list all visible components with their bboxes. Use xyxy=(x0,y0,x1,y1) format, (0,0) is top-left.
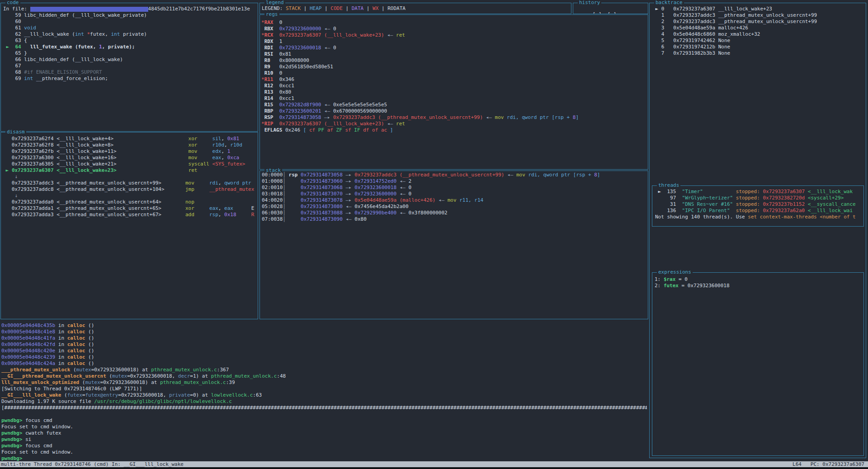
console-line: [#######################################… xyxy=(1,405,647,411)
disasm-line: 0x7293237addc8 <__pthread_mutex_unlock_u… xyxy=(3,186,258,193)
disasm-content: 0x7293237a62f4 <__lll_lock_wake+4> xor s… xyxy=(1,133,258,319)
register-row: R8 0x80008000 xyxy=(261,57,648,64)
console-line: pwndbg> focus cmd xyxy=(1,417,647,424)
source-line: 67 xyxy=(3,63,258,69)
disasm-line: ↓ xyxy=(3,193,258,199)
source-line: 61 void xyxy=(3,25,258,31)
register-row: R12 0xcc1 xyxy=(261,83,648,89)
console-line: 0x00005e04d48c424a in calloc () xyxy=(1,360,647,367)
source-line: 59 libc_hidden_def (__lll_lock_wake_priv… xyxy=(3,12,258,19)
register-row: RBX 0x729323600000 ◂— 0 xyxy=(261,26,648,32)
stack-content: 00:0000│ rsp 0x729314873058 —▸ 0x7293237… xyxy=(260,171,648,319)
console-line: Focus set to cmd window. xyxy=(1,424,647,430)
console-line: Downloading 1.97 K source file /usr/src/… xyxy=(1,398,647,405)
bottom-strip xyxy=(0,467,868,469)
panel-stack[interactable]: stack 00:0000│ rsp 0x729314873058 —▸ 0x7… xyxy=(259,171,648,319)
legend-content: LEGEND: STACK | HEAP | CODE | DATA | WX … xyxy=(260,3,571,14)
thread-row: 97 "WrGlyph~terizer" stopped: 0x72932382… xyxy=(655,195,863,201)
history-forward-button[interactable]: [→] xyxy=(608,11,617,14)
register-row: RSP 0x729314873058 —▸ 0x7293237addc3 (__… xyxy=(261,114,648,121)
expressions-content: 1: $rax = 02: futex = 0x729323600018 xyxy=(652,273,863,455)
console-line xyxy=(1,411,647,417)
disasm-line: 0x7293237addc3 <__pthread_mutex_unlock_u… xyxy=(3,180,258,186)
backtrace-frame: 2 0x7293237addc3 __pthread_mutex_unlock_… xyxy=(652,19,866,25)
panel-registers[interactable]: regs *RAX 0 RBX 0x729323600000 ◂— 0*RCX … xyxy=(259,14,648,170)
console-line: pwndbg> xyxy=(1,455,647,461)
status-left-text: multi-thre Thread 0x7293148746 (cmd) In:… xyxy=(1,461,184,467)
console-line: 0x00005e04d48c41e8 in calloc () xyxy=(1,329,647,335)
status-right-text: L64 PC: 0x7293237a6307 xyxy=(793,461,864,467)
redacted-filename xyxy=(30,7,148,12)
thread-row: 31 "DNS Res~ver #16" stopped: 0x7293237b… xyxy=(655,201,863,208)
console-line: 0x00005e04d48c41fa in calloc () xyxy=(1,335,647,341)
register-row: R14 0xcc1 xyxy=(261,95,648,102)
command-output[interactable]: 0x00005e04d48c435b in calloc ()0x00005e0… xyxy=(0,320,647,461)
register-row: RSI 0x81 xyxy=(261,51,648,57)
register-row: R15 0x729282d8f900 ◂— 0xe5e5e5e5e5e5e5e5 xyxy=(261,102,648,108)
stack-row: 07:0038│ 0x729314873090 ◂— 0x80 xyxy=(262,216,648,223)
panel-legend[interactable]: legend LEGEND: STACK | HEAP | CODE | DAT… xyxy=(259,3,571,14)
disasm-line: 0x7293237adda1 <__pthread_mutex_unlock_u… xyxy=(3,205,258,212)
source-line: 62 __lll_lock_wake (int *futex, int priv… xyxy=(3,31,258,38)
source-line: 60 xyxy=(3,19,258,25)
disasm-line: ↓ xyxy=(3,174,258,180)
disasm-line: 0x7293237adda0 <__pthread_mutex_unlock_u… xyxy=(3,199,258,205)
source-line: 63 { xyxy=(3,38,258,44)
panel-code[interactable]: code In file: 4845db211e7b42c7176f9be21b… xyxy=(0,3,258,132)
console-line: Focus set to cmd window. xyxy=(1,449,647,455)
register-row: *RIP 0x7293237a6307 (__lll_lock_wake+23)… xyxy=(261,121,648,127)
register-row: RBP 0x729323600201 ◂— 0x6700000569000000 xyxy=(261,108,648,114)
console-line: pwndbg> focus cmd xyxy=(1,443,647,449)
panel-history[interactable]: history [←][→] xyxy=(573,3,648,14)
console-line: pwndbg> cwatch futex xyxy=(1,430,647,436)
backtrace-frame: 4 0x5e04d48c6860 moz_xmalloc+32 xyxy=(652,31,866,38)
console-line: ___pthread_mutex_unlock (mutex=0x7293236… xyxy=(1,367,647,373)
backtrace-frame: 5 0x729319742462 None xyxy=(652,38,866,44)
backtrace-frame: 6 0x72931974212b None xyxy=(652,44,866,50)
source-line: 65 } xyxy=(3,50,258,57)
register-row: *RAX 0 xyxy=(261,19,648,26)
panel-expressions[interactable]: expressions 1: $rax = 02: futex = 0x7293… xyxy=(652,272,864,456)
code-content: In file: 4845db211e7b42c7176f9be21b8301e… xyxy=(1,3,258,131)
history-back-button[interactable]: [←] xyxy=(593,11,602,14)
stack-row: 05:0028│ 0x729314873080 ◂— 0x7456e45da42… xyxy=(262,204,648,210)
console-line: 0x00005e04d48c435b in calloc () xyxy=(1,322,647,329)
panel-disassembly[interactable]: disasm 0x7293237a62f4 <__lll_lock_wake+4… xyxy=(0,132,258,319)
register-row: RDX 1 xyxy=(261,38,648,45)
console-line: __GI___pthread_mutex_unlock_usercnt (mut… xyxy=(1,373,647,379)
disasm-line: 0x7293237a6300 <__lll_lock_wake+16> mov … xyxy=(3,155,258,161)
source-line: 68 #if ENABLE_ELISION_SUPPORT xyxy=(3,69,258,76)
register-row: *RCX 0x7293237a6307 (__lll_lock_wake+23)… xyxy=(261,32,648,38)
regs-content: *RAX 0 RBX 0x729323600000 ◂— 0*RCX 0x729… xyxy=(260,15,648,169)
backtrace-frame: 1 0x7293237addc3 __pthread_mutex_unlock_… xyxy=(652,12,866,19)
disasm-line: 0x7293237a62f4 <__lll_lock_wake+4> xor s… xyxy=(3,136,258,142)
register-row: EFLAGS 0x246 [ cf PF af ZF sf IF df of a… xyxy=(261,127,648,133)
register-row: R10 0 xyxy=(261,70,648,76)
stack-row: 03:0018│ 0x729314873070 —▸ 0x72932360000… xyxy=(262,191,648,197)
stack-row: 02:0010│ 0x729314873068 —▸ 0x72932360001… xyxy=(262,185,648,191)
disasm-line: 0x7293237a6305 <__lll_lock_wake+21> sysc… xyxy=(3,161,258,167)
register-row: R9 0x2d561850ed580e51 xyxy=(261,64,648,70)
expression-row: 2: futex = 0x729323600018 xyxy=(655,283,863,289)
console-line: 0x00005e04d48c420e in calloc () xyxy=(1,348,647,354)
console-line: lll_mutex_unlock_optimized (mutex=0x7293… xyxy=(1,379,647,386)
stack-row: 06:0030│ 0x729314873088 —▸ 0x7292990be40… xyxy=(262,210,648,216)
threads-content: ► 135 "Timer" stopped: 0x7293237a6307 <_… xyxy=(652,186,863,226)
disasm-line: ► 0x7293237a6307 <__lll_lock_wake+23> re… xyxy=(3,167,258,174)
source-line: ► 64 lll_futex_wake (futex, 1, private); xyxy=(3,44,258,50)
source-line: 66 libc_hidden_def (__lll_lock_wake) xyxy=(3,57,258,63)
panel-threads[interactable]: threads ► 135 "Timer" stopped: 0x7293237… xyxy=(652,185,864,227)
disasm-line: 0x7293237adda3 <__pthread_mutex_unlock_u… xyxy=(3,212,258,218)
legend-line: LEGEND: STACK | HEAP | CODE | DATA | WX … xyxy=(262,5,571,12)
register-row: *R11 0x346 xyxy=(261,76,648,83)
source-line: 69 int __pthread_force_elision; xyxy=(3,76,258,82)
stack-row: 04:0020│ 0x729314873078 —▸ 0x5e04d48ae59… xyxy=(262,197,648,204)
console-line: [Switching to Thread 0x7293148746c0 (LWP… xyxy=(1,386,647,392)
disasm-line: 0x7293237a62fb <__lll_lock_wake+11> mov … xyxy=(3,148,258,155)
register-row: RDI 0x729323600018 ◂— 0 xyxy=(261,45,648,51)
backtrace-frame: 3 0x5e04d48ae59a malloc+426 xyxy=(652,25,866,31)
pwndbg-terminal: code In file: 4845db211e7b42c7176f9be21b… xyxy=(0,0,868,469)
console-line: 0x00005e04d48c42fd in calloc () xyxy=(1,341,647,348)
console-line: 0x00005e04d48c4239 in calloc () xyxy=(1,354,647,360)
thread-row: Not showing 140 thread(s). Use set conte… xyxy=(655,214,863,220)
